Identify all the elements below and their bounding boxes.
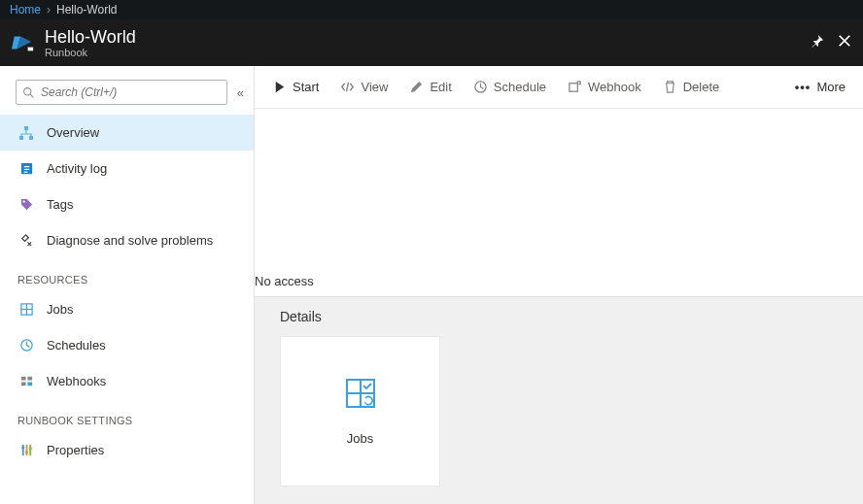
- breadcrumb-separator: ›: [47, 3, 51, 17]
- svg-rect-7: [29, 136, 33, 140]
- more-icon: •••: [795, 80, 811, 94]
- sidebar-item-label: Properties: [47, 443, 104, 457]
- sidebar-item-label: Diagnose and solve problems: [47, 233, 213, 248]
- svg-rect-5: [24, 126, 28, 130]
- edit-button[interactable]: Edit: [409, 80, 451, 94]
- sidebar-item-schedules[interactable]: Schedules: [0, 327, 254, 363]
- search-input-wrapper[interactable]: [16, 80, 227, 105]
- jobs-tile-icon: [344, 377, 377, 410]
- svg-rect-18: [27, 377, 32, 381]
- jobs-icon: [17, 301, 35, 319]
- sidebar-item-diagnose[interactable]: Diagnose and solve problems: [0, 222, 254, 258]
- activity-log-icon: [17, 160, 35, 178]
- breadcrumb: Home › Hello-World: [0, 0, 863, 19]
- code-icon: [340, 80, 355, 94]
- tags-icon: [17, 196, 35, 214]
- svg-rect-6: [19, 136, 23, 140]
- edit-label: Edit: [430, 80, 451, 94]
- svg-point-12: [22, 201, 24, 203]
- svg-point-3: [24, 87, 31, 94]
- svg-point-26: [28, 447, 31, 450]
- jobs-tile-label: Jobs: [347, 431, 373, 446]
- webhooks-icon: [17, 373, 35, 390]
- schedules-icon: [17, 337, 35, 354]
- sidebar-item-overview[interactable]: Overview: [0, 115, 254, 151]
- collapse-sidebar-icon[interactable]: «: [237, 85, 244, 100]
- webhook-label: Webhook: [588, 80, 641, 94]
- details-panel: Details Jobs: [255, 296, 863, 504]
- schedule-button[interactable]: Schedule: [473, 80, 546, 94]
- properties-icon: [17, 442, 35, 459]
- svg-rect-19: [20, 382, 25, 386]
- start-button[interactable]: Start: [272, 80, 319, 94]
- svg-line-4: [30, 94, 33, 97]
- no-access-text: No access: [255, 274, 314, 288]
- search-input[interactable]: [35, 85, 221, 99]
- runbook-icon: [12, 31, 35, 54]
- details-title: Details: [280, 309, 838, 324]
- sidebar-item-label: Jobs: [47, 302, 73, 317]
- diagnose-icon: [17, 232, 35, 250]
- sidebar-item-webhooks[interactable]: Webhooks: [0, 363, 254, 399]
- breadcrumb-current: Hello-World: [56, 3, 117, 17]
- toolbar: Start View Edit Schedule Webhook Delete: [255, 66, 863, 109]
- sidebar: « Overview Activity log Tags: [0, 66, 255, 504]
- webhook-button[interactable]: Webhook: [568, 80, 641, 94]
- sidebar-section-settings: RUNBOOK SETTINGS: [0, 399, 254, 432]
- sidebar-item-label: Webhooks: [47, 374, 106, 388]
- sidebar-item-label: Schedules: [47, 338, 106, 353]
- more-button[interactable]: ••• More: [795, 80, 846, 94]
- play-icon: [272, 80, 287, 94]
- sidebar-item-label: Activity log: [47, 161, 107, 176]
- sidebar-item-label: Tags: [47, 197, 73, 212]
- delete-button[interactable]: Delete: [663, 80, 720, 94]
- delete-label: Delete: [683, 80, 720, 94]
- trash-icon: [663, 80, 677, 94]
- sidebar-item-properties[interactable]: Properties: [0, 432, 254, 468]
- more-label: More: [816, 80, 846, 94]
- svg-point-25: [25, 451, 28, 454]
- breadcrumb-home[interactable]: Home: [10, 3, 41, 17]
- svg-rect-17: [20, 377, 25, 381]
- jobs-tile[interactable]: Jobs: [280, 336, 440, 487]
- svg-rect-0: [28, 48, 34, 51]
- svg-rect-28: [570, 84, 577, 91]
- page-subtitle: Runbook: [45, 47, 811, 59]
- close-icon[interactable]: [838, 34, 851, 51]
- sidebar-item-tags[interactable]: Tags: [0, 186, 254, 222]
- sidebar-section-resources: RESOURCES: [0, 258, 254, 291]
- sidebar-item-label: Overview: [47, 125, 99, 140]
- view-button[interactable]: View: [340, 80, 388, 94]
- schedule-label: Schedule: [494, 80, 546, 94]
- pin-icon[interactable]: [811, 34, 824, 51]
- svg-point-24: [21, 446, 24, 449]
- page-title: Hello-World: [45, 27, 811, 47]
- blade-header: Hello-World Runbook: [0, 19, 863, 66]
- webhook-icon: [568, 80, 582, 94]
- clock-icon: [473, 80, 488, 94]
- pencil-icon: [409, 80, 424, 94]
- overview-icon: [17, 124, 35, 142]
- view-label: View: [361, 80, 388, 94]
- sidebar-item-activity-log[interactable]: Activity log: [0, 151, 254, 186]
- search-icon: [22, 86, 35, 99]
- sidebar-item-jobs[interactable]: Jobs: [0, 291, 254, 327]
- start-label: Start: [293, 80, 319, 94]
- content-area: Start View Edit Schedule Webhook Delete: [255, 66, 863, 504]
- svg-rect-20: [27, 382, 32, 386]
